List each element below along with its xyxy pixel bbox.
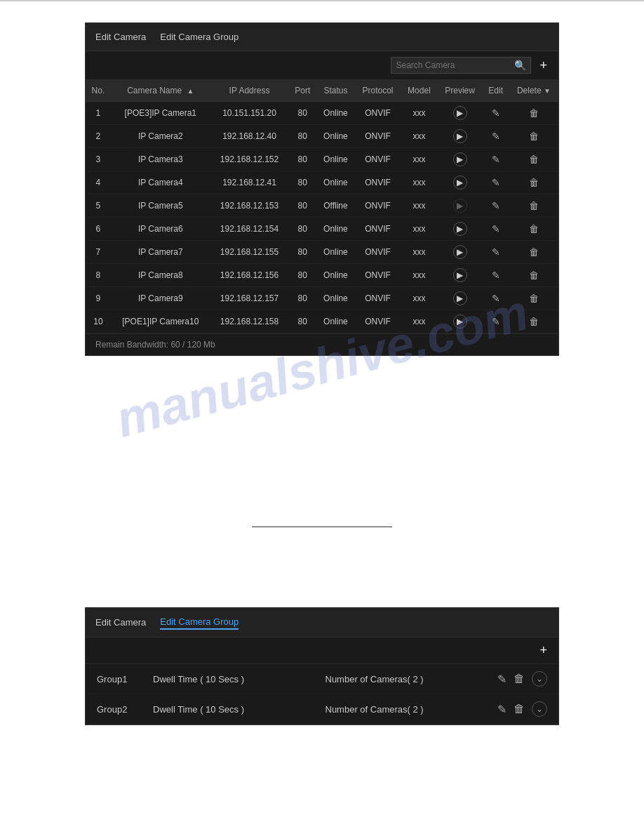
cell-edit: ✎	[483, 148, 509, 171]
cell-delete: 🗑	[509, 264, 558, 287]
search-input[interactable]	[396, 60, 514, 70]
edit-icon[interactable]: ✎	[492, 293, 500, 304]
cell-preview: ▶	[438, 171, 483, 194]
cell-ip: 192.168.12.156	[210, 264, 289, 287]
group-row: Group1 Dwell Time ( 10 Secs ) Number of …	[86, 664, 558, 694]
cell-no: 2	[86, 125, 111, 148]
delete-icon[interactable]: 🗑	[529, 293, 539, 304]
group-expand-button[interactable]: ⌄	[532, 671, 547, 687]
cell-port: 80	[288, 310, 316, 333]
add-group-button[interactable]: +	[537, 643, 550, 658]
table-row: 2 IP Camera2 192.168.12.40 80 Online ONV…	[86, 125, 558, 148]
preview-button[interactable]: ▶	[453, 176, 467, 190]
cell-delete: 🗑	[509, 310, 558, 333]
preview-button[interactable]: ▶	[453, 106, 467, 120]
group-dwell-time: Dwell Time ( 10 Secs )	[153, 674, 311, 684]
search-icon[interactable]: 🔍	[514, 60, 526, 71]
edit-icon[interactable]: ✎	[492, 270, 500, 281]
table-row: 1 [POE3]IP Camera1 10.151.151.20 80 Onli…	[86, 102, 558, 125]
cell-no: 10	[86, 310, 111, 333]
cell-name: [POE1]IP Camera10	[111, 310, 210, 333]
cell-status: Online	[316, 264, 355, 287]
cell-model: xxx	[401, 241, 437, 264]
preview-button[interactable]: ▶	[453, 129, 467, 143]
group-edit-icon[interactable]: ✎	[497, 703, 507, 716]
cell-port: 80	[288, 194, 316, 218]
cell-status: Offline	[316, 194, 355, 218]
delete-icon[interactable]: 🗑	[529, 246, 539, 258]
page-wrapper: Edit Camera Edit Camera Group 🔍 + No. Ca…	[0, 0, 644, 834]
group-delete-icon[interactable]: 🗑	[514, 673, 525, 685]
cell-model: xxx	[401, 310, 437, 333]
cell-name: IP Camera5	[111, 194, 210, 218]
preview-button[interactable]: ▶	[453, 245, 467, 259]
col-port: Port	[288, 80, 316, 102]
delete-icon[interactable]: 🗑	[529, 223, 539, 234]
cell-no: 6	[86, 218, 111, 241]
preview-button[interactable]: ▶	[453, 315, 467, 329]
delete-icon[interactable]: 🗑	[529, 131, 539, 142]
cell-edit: ✎	[483, 194, 509, 218]
edit-icon[interactable]: ✎	[492, 154, 500, 165]
tab-edit-camera[interactable]: Edit Camera	[95, 30, 146, 44]
preview-button[interactable]: ▶	[453, 268, 467, 282]
cell-no: 9	[86, 287, 111, 310]
edit-icon[interactable]: ✎	[492, 200, 500, 211]
group-delete-icon[interactable]: 🗑	[514, 703, 525, 715]
cell-name: [POE3]IP Camera1	[111, 102, 210, 125]
panel2-tabs: Edit Camera Edit Camera Group	[86, 608, 558, 637]
tab-edit-camera-group[interactable]: Edit Camera Group	[160, 30, 239, 44]
cell-model: xxx	[401, 148, 437, 171]
cell-ip: 192.168.12.41	[210, 171, 289, 194]
search-box[interactable]: 🔍	[391, 57, 531, 74]
preview-button[interactable]: ▶	[453, 152, 467, 166]
table-row: 3 IP Camera3 192.168.12.152 80 Online ON…	[86, 148, 558, 171]
group-camera-count: Number of Cameras( 2 )	[326, 674, 484, 684]
table-header-row: No. Camera Name ▲ IP Address Port Status…	[86, 80, 558, 102]
cell-ip: 192.168.12.153	[210, 194, 289, 218]
cell-preview: ▶	[438, 125, 483, 148]
tab2-edit-camera-group[interactable]: Edit Camera Group	[160, 615, 239, 630]
delete-icon[interactable]: 🗑	[529, 107, 539, 119]
edit-icon[interactable]: ✎	[492, 131, 500, 142]
cell-delete: 🗑	[509, 218, 558, 241]
preview-button[interactable]: ▶	[453, 222, 467, 236]
preview-button[interactable]: ▶	[453, 291, 467, 305]
cell-protocol: ONVIF	[355, 125, 401, 148]
delete-icon[interactable]: 🗑	[529, 200, 539, 211]
cell-port: 80	[288, 102, 316, 125]
group-edit-icon[interactable]: ✎	[497, 673, 507, 686]
cell-status: Online	[316, 125, 355, 148]
cell-delete: 🗑	[509, 194, 558, 218]
cell-ip: 192.168.12.158	[210, 310, 289, 333]
table-row: 5 IP Camera5 192.168.12.153 80 Offline O…	[86, 194, 558, 218]
edit-icon[interactable]: ✎	[492, 107, 500, 119]
edit-camera-group-panel: Edit Camera Edit Camera Group + Group1 D…	[85, 607, 559, 725]
col-model: Model	[401, 80, 437, 102]
edit-icon[interactable]: ✎	[492, 316, 500, 327]
cell-ip: 192.168.12.152	[210, 148, 289, 171]
panel1-footer: Remain Bandwidth: 60 / 120 Mb	[86, 333, 558, 355]
delete-icon[interactable]: 🗑	[529, 154, 539, 165]
cell-preview: ▶	[438, 310, 483, 333]
cell-edit: ✎	[483, 264, 509, 287]
edit-icon[interactable]: ✎	[492, 223, 500, 234]
tab2-edit-camera[interactable]: Edit Camera	[95, 616, 146, 629]
cell-preview: ▶	[438, 148, 483, 171]
col-no: No.	[86, 80, 111, 102]
group-camera-count: Number of Cameras( 2 )	[326, 704, 484, 715]
add-camera-button[interactable]: +	[537, 58, 550, 73]
table-row: 10 [POE1]IP Camera10 192.168.12.158 80 O…	[86, 310, 558, 333]
cell-protocol: ONVIF	[355, 194, 401, 218]
edit-icon[interactable]: ✎	[492, 246, 500, 258]
cell-name: IP Camera7	[111, 241, 210, 264]
group-expand-button[interactable]: ⌄	[532, 701, 547, 717]
delete-icon[interactable]: 🗑	[529, 270, 539, 281]
cell-status: Online	[316, 218, 355, 241]
delete-icon[interactable]: 🗑	[529, 177, 539, 188]
delete-icon[interactable]: 🗑	[529, 316, 539, 327]
table-row: 9 IP Camera9 192.168.12.157 80 Online ON…	[86, 287, 558, 310]
middle-underline	[252, 527, 392, 527]
edit-icon[interactable]: ✎	[492, 177, 500, 188]
cell-delete: 🗑	[509, 125, 558, 148]
